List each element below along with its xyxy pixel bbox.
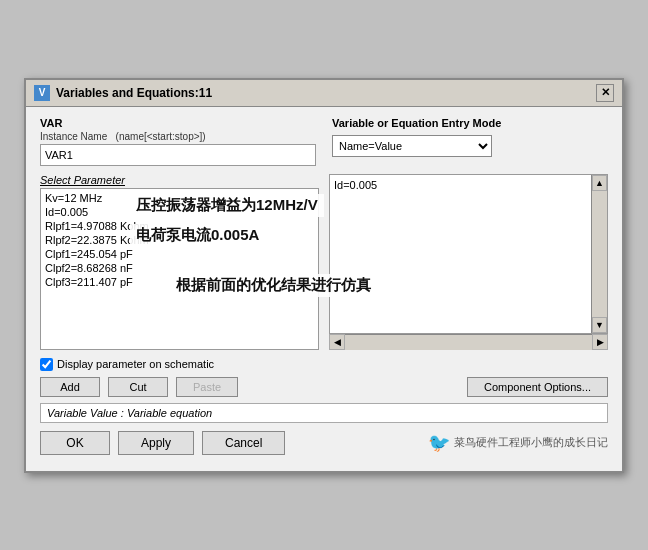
- list-item[interactable]: Clpf1=245.054 pF: [45, 247, 314, 261]
- scroll-up-button[interactable]: ▲: [592, 175, 607, 191]
- middle-section: Select Parameter Kv=12 MHz Id=0.005 Rlpf…: [40, 174, 608, 350]
- ok-button[interactable]: OK: [40, 431, 110, 455]
- checkbox-label: Display parameter on schematic: [57, 358, 214, 370]
- mode-panel: Variable or Equation Entry Mode Name=Val…: [332, 117, 608, 157]
- param-list[interactable]: Kv=12 MHz Id=0.005 Rlpf1=4.97088 Kohm Rl…: [40, 188, 319, 350]
- dialog-title: Variables and Equations:11: [56, 86, 212, 100]
- horizontal-scrollbar: ◀ ▶: [329, 334, 608, 350]
- close-button[interactable]: ✕: [596, 84, 614, 102]
- watermark-area: 🐦 菜鸟硬件工程师小鹰的成长日记: [428, 432, 608, 454]
- title-bar-left: V Variables and Equations:11: [34, 85, 212, 101]
- list-item[interactable]: Rlpf1=4.97088 Kohm: [45, 219, 314, 233]
- status-bar: Variable Value : Variable equation: [40, 403, 608, 423]
- list-item[interactable]: Clpf3=211.407 pF: [45, 275, 314, 289]
- dialog-body: VAR Instance Name (name[<start:stop>]) V…: [26, 107, 622, 471]
- list-item[interactable]: Kv=12 MHz: [45, 191, 314, 205]
- equation-area-wrapper: Id=0.005 ▲ ▼ ◀ ▶: [329, 174, 608, 350]
- var-panel: VAR Instance Name (name[<start:stop>]): [40, 117, 316, 166]
- instance-name-sublabel: Instance Name (name[<start:stop>]): [40, 131, 316, 142]
- scroll-right-button[interactable]: ▶: [592, 334, 608, 350]
- watermark-text: 菜鸟硬件工程师小鹰的成长日记: [454, 435, 608, 450]
- instance-name-format: (name[<start:stop>]): [116, 131, 206, 142]
- select-param-label: Select Parameter: [40, 174, 319, 186]
- window-icon: V: [34, 85, 50, 101]
- dialog-window: V Variables and Equations:11 ✕ VAR Insta…: [24, 78, 624, 473]
- display-param-checkbox[interactable]: [40, 358, 53, 371]
- add-button[interactable]: Add: [40, 377, 100, 397]
- cut-button[interactable]: Cut: [108, 377, 168, 397]
- title-bar: V Variables and Equations:11 ✕: [26, 80, 622, 107]
- cancel-button[interactable]: Cancel: [202, 431, 285, 455]
- equation-scroll-container: Id=0.005 ▲ ▼: [329, 174, 608, 334]
- list-item[interactable]: Clpf2=8.68268 nF: [45, 261, 314, 275]
- scroll-arrows: ▲ ▼: [591, 175, 607, 333]
- mode-select-container: Name=Value Equation: [332, 135, 608, 157]
- var-label: VAR: [40, 117, 316, 129]
- action-buttons: Add Cut Paste Component Options...: [40, 377, 608, 397]
- scroll-left-button[interactable]: ◀: [329, 334, 345, 350]
- list-item[interactable]: Id=0.005: [45, 205, 314, 219]
- param-section: Select Parameter Kv=12 MHz Id=0.005 Rlpf…: [40, 174, 319, 350]
- checkbox-row: Display parameter on schematic: [40, 358, 608, 371]
- mode-label: Variable or Equation Entry Mode: [332, 117, 608, 129]
- status-text: Variable Value : Variable equation: [47, 407, 212, 419]
- apply-button[interactable]: Apply: [118, 431, 194, 455]
- component-options-button[interactable]: Component Options...: [467, 377, 608, 397]
- paste-button[interactable]: Paste: [176, 377, 238, 397]
- list-item[interactable]: Rlpf2=22.3875 Kohm: [45, 233, 314, 247]
- equation-scroll-inner: Id=0.005: [330, 175, 607, 195]
- equation-content: Id=0.005: [334, 179, 377, 191]
- mode-select[interactable]: Name=Value Equation: [332, 135, 492, 157]
- instance-name-input[interactable]: [40, 144, 316, 166]
- top-row: VAR Instance Name (name[<start:stop>]) V…: [40, 117, 608, 166]
- scroll-down-button[interactable]: ▼: [592, 317, 607, 333]
- bottom-buttons: OK Apply Cancel 🐦 菜鸟硬件工程师小鹰的成长日记: [40, 431, 608, 461]
- instance-name-label: Instance Name: [40, 131, 107, 142]
